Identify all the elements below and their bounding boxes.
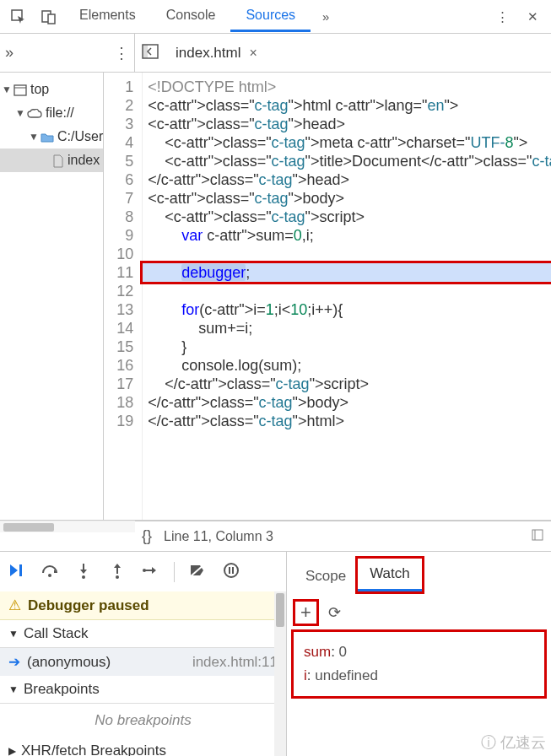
- coverage-icon[interactable]: [531, 528, 544, 544]
- device-toolbar-icon[interactable]: [34, 2, 64, 32]
- watch-item[interactable]: i: undefined: [304, 664, 534, 688]
- cursor-position: Line 11, Column 3: [164, 529, 273, 544]
- debugger-controls: [0, 552, 287, 591]
- file-icon: [52, 153, 68, 168]
- folder-icon: [41, 129, 57, 144]
- watch-item[interactable]: sum: 0: [304, 640, 534, 664]
- debugger-toolbar-row: Scope Watch: [0, 551, 551, 591]
- svg-point-12: [82, 575, 85, 579]
- svg-rect-19: [229, 567, 230, 574]
- frame-location: index.html:11: [192, 654, 278, 671]
- deactivate-breakpoints-icon[interactable]: [186, 563, 208, 580]
- sources-toolbar: » ⋮ index.html ×: [0, 34, 551, 73]
- tab-elements[interactable]: Elements: [64, 1, 151, 32]
- tab-scope[interactable]: Scope: [294, 561, 358, 591]
- window-icon: [14, 82, 30, 97]
- svg-rect-20: [232, 567, 234, 574]
- sidebar-scrollbar[interactable]: [0, 521, 135, 532]
- step-out-icon[interactable]: [106, 562, 128, 581]
- no-breakpoints-label: No breakpoints: [0, 704, 286, 737]
- chevron-down-icon: ▼: [29, 131, 39, 143]
- chevron-down-icon: ▼: [2, 84, 12, 95]
- svg-point-18: [224, 564, 238, 577]
- call-stack-header[interactable]: ▼ Call Stack: [0, 620, 286, 648]
- more-sidebar-icon[interactable]: »: [5, 44, 14, 62]
- xhr-breakpoints-header[interactable]: ▶ XHR/fetch Breakpoints: [0, 737, 286, 756]
- watch-panel: + ⟳ sum: 0 i: undefined: [287, 591, 551, 756]
- watermark: ⓘ 亿速云: [481, 732, 546, 753]
- debugger-paused-banner: ⚠ Debugger paused: [0, 591, 286, 620]
- debugger-left-panel: ⚠ Debugger paused ▼ Call Stack ➔ (anonym…: [0, 591, 287, 756]
- svg-rect-9: [19, 564, 22, 576]
- line-gutter[interactable]: 12345678910111213141516171819: [104, 73, 143, 520]
- tree-file-selected[interactable]: index: [0, 148, 103, 172]
- pretty-print-icon[interactable]: {}: [142, 527, 152, 545]
- debugger-panels: ⚠ Debugger paused ▼ Call Stack ➔ (anonym…: [0, 591, 551, 756]
- tab-console[interactable]: Console: [151, 1, 231, 32]
- file-tab-label: index.html: [176, 45, 240, 62]
- tree-folder[interactable]: ▼ C:/User: [0, 125, 103, 148]
- toggle-navigator-icon[interactable]: [142, 44, 159, 62]
- svg-rect-2: [48, 14, 55, 24]
- editor: 12345678910111213141516171819 <!DOCTYPE …: [104, 73, 551, 520]
- current-frame-icon: ➔: [8, 653, 20, 671]
- tab-sources[interactable]: Sources: [230, 1, 311, 32]
- code-area[interactable]: <!DOCTYPE html><c-attr">class="c-tag">ht…: [143, 73, 551, 520]
- warning-icon: ⚠: [8, 597, 21, 614]
- cloud-icon: [27, 105, 46, 121]
- main-area: ▼ top ▼ file:// ▼ C:/User index 12345678…: [0, 73, 551, 520]
- resume-icon[interactable]: [5, 562, 27, 581]
- breakpoints-header[interactable]: ▼ Breakpoints: [0, 676, 286, 704]
- sidebar-menu-icon[interactable]: ⋮: [114, 44, 129, 62]
- chevron-down-icon: ▼: [8, 628, 19, 640]
- close-file-icon[interactable]: ×: [249, 46, 257, 61]
- scope-watch-tabs: Scope Watch: [287, 552, 551, 591]
- step-into-icon[interactable]: [73, 562, 95, 581]
- tab-watch[interactable]: Watch: [358, 559, 422, 591]
- watch-toolbar: + ⟳: [294, 598, 544, 632]
- inspect-element-icon[interactable]: [3, 2, 34, 32]
- menu-kebab-icon[interactable]: ⋮: [487, 2, 517, 32]
- svg-rect-7: [532, 530, 543, 540]
- panel-scrollbar[interactable]: [274, 591, 286, 756]
- svg-point-14: [116, 575, 119, 579]
- tree-top[interactable]: ▼ top: [0, 78, 103, 101]
- watch-expressions[interactable]: sum: 0 i: undefined: [294, 632, 544, 696]
- devtools-main-tabs: Elements Console Sources » ⋮ ✕: [0, 0, 551, 34]
- svg-point-16: [143, 569, 146, 572]
- close-devtools-icon[interactable]: ✕: [517, 2, 548, 32]
- more-tabs-icon[interactable]: »: [311, 2, 341, 32]
- chevron-down-icon: ▼: [15, 107, 25, 119]
- tree-origin[interactable]: ▼ file://: [0, 101, 103, 125]
- file-navigator: ▼ top ▼ file:// ▼ C:/User index: [0, 73, 104, 520]
- step-over-icon[interactable]: [39, 563, 61, 580]
- chevron-down-icon: ▼: [8, 683, 19, 695]
- add-watch-icon[interactable]: +: [295, 602, 316, 624]
- svg-point-10: [48, 574, 51, 577]
- pause-on-exceptions-icon[interactable]: [220, 563, 242, 580]
- step-icon[interactable]: [140, 564, 162, 580]
- editor-status-bar: {} Line 11, Column 3: [135, 521, 551, 551]
- call-stack-frame[interactable]: ➔ (anonymous) index.html:11: [0, 648, 286, 676]
- refresh-watch-icon[interactable]: ⟳: [328, 603, 341, 622]
- open-file-tab[interactable]: index.html ×: [170, 41, 262, 65]
- chevron-right-icon: ▶: [8, 745, 16, 756]
- svg-rect-5: [14, 85, 26, 95]
